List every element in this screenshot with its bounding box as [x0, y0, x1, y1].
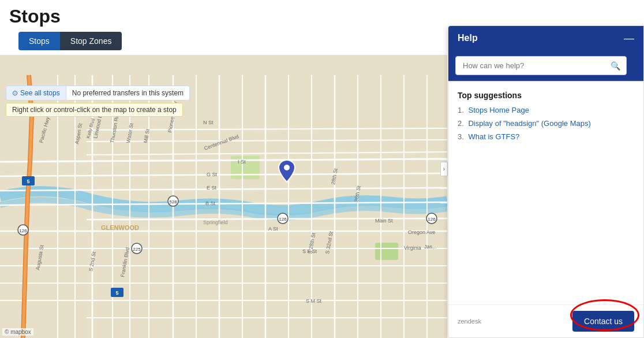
- help-panel: Help — 🔍 Top suggestions 1. Stops Home P…: [448, 25, 644, 338]
- svg-text:N St: N St: [203, 120, 214, 125]
- map-container: 5 528 126 126 225 126 5: [0, 0, 447, 338]
- svg-text:Oregon Ave: Oregon Ave: [408, 229, 435, 235]
- svg-rect-2: [375, 243, 398, 260]
- controls-row: See all stops No preferred transfers in …: [6, 86, 190, 101]
- help-footer: zendesk Contact us: [448, 304, 643, 337]
- svg-text:126: 126: [428, 217, 436, 222]
- map-attribution: © mapbox: [2, 328, 33, 336]
- tabs-bar: Stops Stop Zones: [9, 32, 438, 55]
- page-title: Stops: [9, 6, 438, 27]
- help-search-bar: 🔍: [448, 50, 643, 81]
- suggestion-num-3: 3.: [458, 132, 464, 141]
- tab-stops[interactable]: Stops: [18, 32, 60, 50]
- svg-text:B St: B St: [205, 200, 216, 206]
- suggestions-list: 1. Stops Home Page 2. Display of "headsi…: [458, 106, 634, 141]
- svg-text:A St: A St: [268, 226, 278, 232]
- svg-text:5: 5: [115, 290, 118, 296]
- help-header: Help —: [448, 26, 643, 50]
- suggestion-item-1: 1. Stops Home Page: [458, 106, 634, 114]
- tab-stop-zones[interactable]: Stop Zones: [60, 32, 122, 50]
- map-header: Stops Stops Stop Zones: [0, 0, 447, 55]
- help-close-button[interactable]: —: [624, 33, 634, 43]
- svg-point-79: [284, 165, 290, 170]
- suggestion-item-3: 3. What is GTFS?: [458, 132, 634, 141]
- svg-text:G St: G St: [207, 172, 218, 177]
- svg-text:I St: I St: [238, 159, 246, 165]
- suggestion-link-3[interactable]: What is GTFS?: [468, 132, 519, 141]
- svg-text:126: 126: [279, 217, 287, 222]
- suggestion-num-2: 2.: [458, 119, 464, 128]
- svg-text:225: 225: [133, 247, 141, 252]
- map-expand-button[interactable]: ›: [440, 162, 448, 176]
- svg-text:E St: E St: [207, 185, 217, 191]
- svg-text:5: 5: [27, 179, 29, 184]
- svg-text:126: 126: [19, 228, 27, 233]
- help-search-input[interactable]: [455, 56, 627, 75]
- suggestion-num-1: 1.: [458, 106, 464, 114]
- suggestion-link-2[interactable]: Display of "headsign" (Google Maps): [468, 119, 590, 128]
- contact-us-button[interactable]: Contact us: [572, 311, 634, 332]
- no-transfers-badge: No preferred transfers in this system: [66, 86, 190, 101]
- svg-text:Virginia: Virginia: [404, 245, 421, 251]
- top-suggestions-title: Top suggestions: [458, 91, 634, 100]
- see-all-stops-button[interactable]: See all stops: [6, 86, 66, 101]
- help-title: Help: [458, 33, 478, 43]
- help-body: Top suggestions 1. Stops Home Page 2. Di…: [448, 81, 643, 304]
- suggestion-item-2: 2. Display of "headsign" (Google Maps): [458, 119, 634, 128]
- suggestion-link-1[interactable]: Stops Home Page: [468, 106, 529, 114]
- svg-text:Springfield: Springfield: [203, 220, 228, 225]
- svg-text:Jas...: Jas...: [424, 244, 437, 250]
- svg-text:S M St: S M St: [306, 298, 322, 304]
- svg-text:GLENWOOD: GLENWOOD: [101, 224, 139, 231]
- zendesk-label: zendesk: [458, 318, 481, 325]
- svg-text:Main St: Main St: [375, 218, 393, 224]
- svg-text:528: 528: [169, 199, 177, 205]
- hint-box: Right click or control-click on the map …: [6, 103, 183, 117]
